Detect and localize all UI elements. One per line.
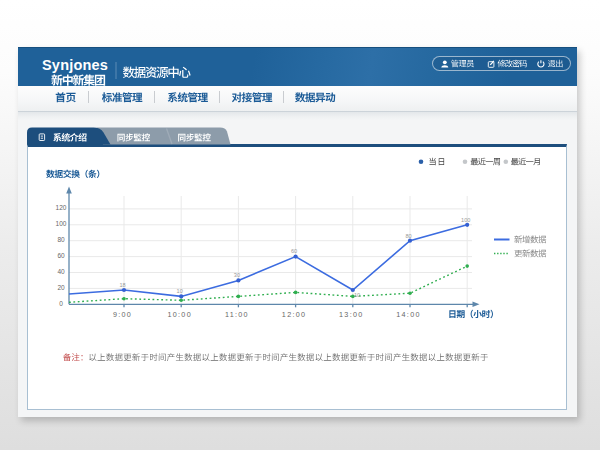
- svg-text:40: 40: [57, 268, 65, 275]
- svg-text:20: 20: [57, 284, 65, 291]
- svg-text:11:00: 11:00: [225, 310, 249, 319]
- svg-text:60: 60: [57, 252, 65, 259]
- svg-text:14:00: 14:00: [396, 310, 421, 319]
- svg-text:Synjones: Synjones: [42, 57, 108, 73]
- svg-text:100: 100: [461, 217, 470, 223]
- svg-text:18: 18: [119, 282, 125, 288]
- svg-text:100: 100: [56, 220, 67, 227]
- svg-text:0: 0: [59, 300, 63, 307]
- svg-text:10: 10: [177, 288, 183, 294]
- svg-text:80: 80: [57, 236, 65, 243]
- svg-text:80: 80: [405, 233, 411, 239]
- svg-text:10:00: 10:00: [167, 310, 192, 319]
- svg-text:30: 30: [234, 272, 240, 278]
- svg-text:12:00: 12:00: [282, 310, 307, 319]
- svg-text:120: 120: [56, 204, 67, 211]
- svg-text:60: 60: [291, 248, 297, 254]
- svg-text:9:00: 9:00: [113, 310, 132, 319]
- svg-text:10: 10: [354, 292, 360, 298]
- svg-text:13:00: 13:00: [339, 310, 364, 319]
